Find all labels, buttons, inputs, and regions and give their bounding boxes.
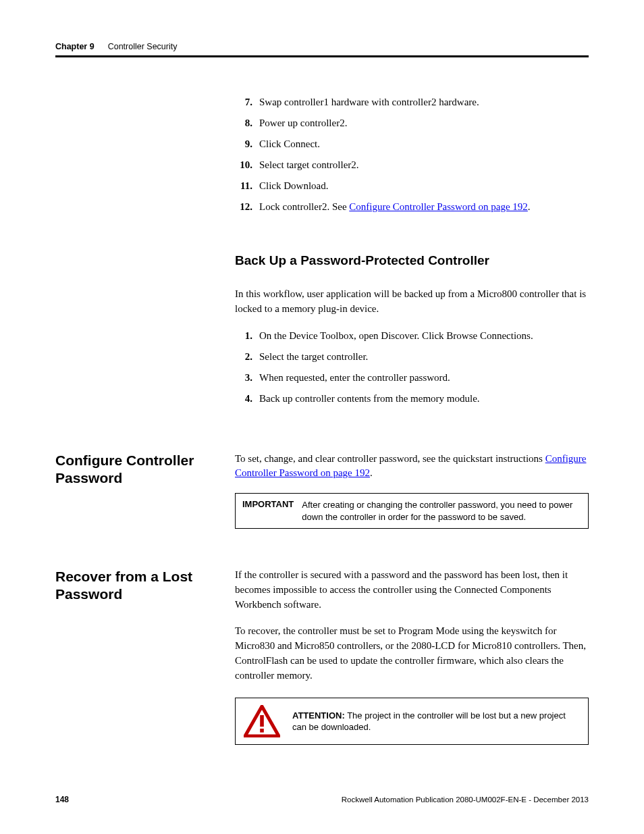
steps-list-backup: 1.On the Device Toolbox, open Discover. …	[235, 329, 589, 406]
body-text: If the controller is secured with a pass…	[235, 568, 589, 612]
list-item: 3.When requested, enter the controller p…	[235, 371, 589, 385]
page-header: Chapter 9 Controller Security	[55, 42, 589, 57]
list-item: 12.Lock controller2. See Configure Contr…	[235, 200, 589, 214]
list-item: 8.Power up controller2.	[235, 116, 589, 130]
heading-recover: Recover from a Lost Password	[55, 568, 215, 604]
link-configure-password[interactable]: Configure Controller Password on page 19…	[349, 201, 528, 212]
page-footer: 148 Rockwell Automation Publication 2080…	[55, 795, 589, 804]
section-recover: Recover from a Lost Password If the cont…	[55, 568, 589, 745]
important-label: IMPORTANT	[236, 494, 302, 528]
attention-callout: ATTENTION: The project in the controller…	[235, 698, 589, 745]
section-backup: Back Up a Password-Protected Controller …	[55, 253, 589, 413]
attention-text: ATTENTION: The project in the controller…	[292, 710, 580, 733]
page-number: 148	[55, 795, 69, 804]
heading-configure: Configure Controller Password	[55, 452, 215, 488]
body-text: To recover, the controller must be set t…	[235, 624, 589, 683]
body-text: In this workflow, user application will …	[235, 287, 589, 317]
section-top-steps: 7.Swap controller1 hardware with control…	[55, 95, 589, 221]
list-item: 10.Select target controller2.	[235, 158, 589, 172]
steps-list-top: 7.Swap controller1 hardware with control…	[235, 95, 589, 214]
list-item: 9.Click Connect.	[235, 137, 589, 151]
list-item: 7.Swap controller1 hardware with control…	[235, 95, 589, 109]
heading-backup: Back Up a Password-Protected Controller	[235, 253, 589, 268]
list-item: 11.Click Download.	[235, 179, 589, 193]
warning-icon	[244, 705, 280, 737]
svg-rect-0	[260, 715, 264, 727]
page-content: Chapter 9 Controller Security 7.Swap con…	[0, 0, 644, 745]
important-text: After creating or changing the controlle…	[302, 494, 588, 528]
chapter-title: Controller Security	[108, 42, 178, 51]
list-item: 1.On the Device Toolbox, open Discover. …	[235, 329, 589, 343]
list-item: 2.Select the target controller.	[235, 350, 589, 364]
svg-rect-1	[260, 729, 264, 733]
important-callout: IMPORTANT After creating or changing the…	[235, 493, 589, 529]
publication-info: Rockwell Automation Publication 2080-UM0…	[342, 796, 589, 804]
chapter-label: Chapter 9	[55, 42, 95, 51]
section-configure: Configure Controller Password To set, ch…	[55, 452, 589, 529]
list-item: 4.Back up controller contents from the m…	[235, 392, 589, 406]
body-text: To set, change, and clear controller pas…	[235, 452, 589, 481]
